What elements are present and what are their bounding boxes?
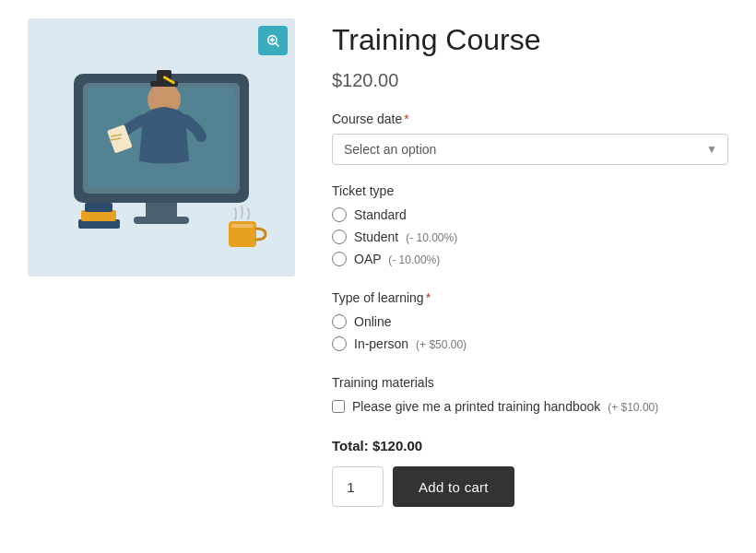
- product-title: Training Course: [332, 22, 728, 57]
- ticket-standard-label: Standard: [354, 207, 407, 222]
- learning-required-indicator: *: [426, 290, 431, 305]
- ticket-type-section: Ticket type Standard Student (- 10.00%) …: [332, 183, 728, 274]
- product-details: Training Course $120.00 Course date* Sel…: [332, 18, 728, 507]
- ticket-oap-radio[interactable]: [332, 252, 347, 266]
- total-row: Total: $120.00: [332, 438, 728, 453]
- product-illustration: [28, 18, 295, 276]
- type-of-learning-section: Type of learning* Online In-person (+ $5…: [332, 290, 728, 359]
- type-of-learning-label: Type of learning*: [332, 290, 728, 305]
- learning-inperson-label: In-person (+ $50.00): [354, 336, 467, 351]
- inperson-modifier: (+ $50.00): [416, 338, 467, 351]
- svg-rect-21: [231, 224, 254, 228]
- course-date-section: Course date* Select an option ▼: [332, 112, 728, 183]
- handbook-checkbox-option[interactable]: Please give me a printed training handbo…: [332, 399, 728, 414]
- page-wrapper: Training Course $120.00 Course date* Sel…: [0, 0, 756, 525]
- oap-modifier: (- 10.00%): [388, 253, 440, 266]
- svg-rect-19: [85, 203, 112, 212]
- ticket-type-label: Ticket type: [332, 183, 728, 198]
- add-to-cart-button[interactable]: Add to cart: [393, 466, 514, 507]
- ticket-standard-option[interactable]: Standard: [332, 207, 728, 222]
- quantity-input[interactable]: [332, 466, 384, 507]
- zoom-button[interactable]: [258, 26, 288, 55]
- course-date-select[interactable]: Select an option: [332, 134, 728, 165]
- learning-online-radio[interactable]: [332, 314, 347, 329]
- course-date-wrapper: Select an option ▼: [332, 134, 728, 165]
- ticket-standard-radio[interactable]: [332, 207, 347, 222]
- handbook-modifier: (+ $10.00): [608, 401, 658, 414]
- training-materials-section: Training materials Please give me a prin…: [332, 375, 728, 414]
- ticket-oap-label: OAP (- 10.00%): [354, 252, 440, 266]
- handbook-label: Please give me a printed training handbo…: [352, 399, 658, 414]
- add-to-cart-row: Add to cart: [332, 466, 728, 507]
- ticket-student-option[interactable]: Student (- 10.00%): [332, 229, 728, 244]
- ticket-oap-option[interactable]: OAP (- 10.00%): [332, 252, 728, 266]
- product-price: $120.00: [332, 70, 728, 91]
- student-modifier: (- 10.00%): [406, 231, 457, 244]
- learning-online-option[interactable]: Online: [332, 314, 728, 329]
- learning-online-label: Online: [354, 314, 391, 329]
- training-materials-label: Training materials: [332, 375, 728, 390]
- ticket-student-radio[interactable]: [332, 229, 347, 244]
- product-image-container: [28, 18, 295, 276]
- handbook-checkbox[interactable]: [332, 400, 345, 413]
- ticket-student-label: Student (- 10.00%): [354, 229, 457, 244]
- learning-inperson-radio[interactable]: [332, 336, 347, 351]
- course-date-label: Course date*: [332, 112, 728, 126]
- learning-inperson-option[interactable]: In-person (+ $50.00): [332, 336, 728, 351]
- svg-line-1: [276, 43, 278, 46]
- required-indicator: *: [404, 112, 408, 126]
